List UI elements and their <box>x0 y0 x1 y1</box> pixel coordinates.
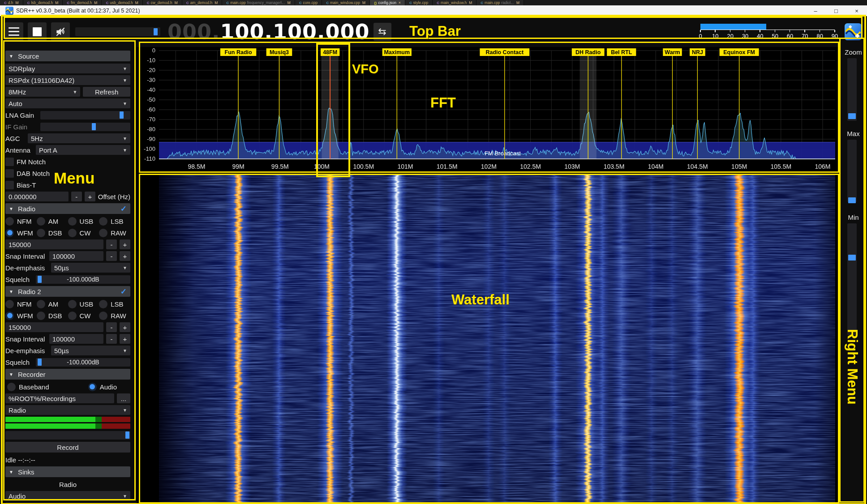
dab-notch-checkbox[interactable] <box>5 169 14 178</box>
mode-am[interactable]: AM <box>37 216 68 226</box>
mode-raw[interactable]: RAW <box>99 311 130 320</box>
snap-minus-button[interactable]: - <box>106 251 117 261</box>
station-badge[interactable]: Radio Contact <box>480 48 529 56</box>
mode-am[interactable]: AM <box>37 299 68 309</box>
sink-type-select[interactable]: Audio▼ <box>5 491 130 501</box>
station-badge[interactable]: Musiq3 <box>266 48 292 56</box>
lna-gain-slider[interactable] <box>40 111 130 120</box>
bandwidth-minus-button[interactable]: - <box>106 322 117 332</box>
waterfall-display[interactable] <box>137 175 840 504</box>
mute-button[interactable] <box>51 22 70 41</box>
offset-minus-button[interactable]: - <box>71 192 82 201</box>
mode-wfm-selected[interactable]: WFM <box>5 228 37 238</box>
if-gain-slider[interactable] <box>40 123 130 131</box>
source-device-select[interactable]: RSPdx (191106DA42)▼ <box>5 75 130 85</box>
editor-tab-style-cpp[interactable]: Cstyle.cpp <box>405 0 433 5</box>
stop-button[interactable] <box>28 22 47 41</box>
offset-plus-button[interactable]: + <box>85 192 95 201</box>
enabled-check-icon[interactable]: ✓ <box>120 204 127 214</box>
snap-plus-button[interactable]: + <box>120 251 130 261</box>
bandwidth-select[interactable]: Auto▼ <box>5 98 130 108</box>
radio1-deemphasis-select[interactable]: 50µs▼ <box>51 263 130 273</box>
browse-button[interactable]: ... <box>117 393 130 403</box>
fft-display[interactable]: 0-10-20-30-40-50-60-70-80-90-100-110FM B… <box>137 47 840 175</box>
snap-plus-button[interactable]: + <box>120 334 130 344</box>
station-badge[interactable]: NRJ <box>690 48 705 56</box>
mode-lsb[interactable]: LSB <box>99 299 130 309</box>
editor-tab-cw-demod-h[interactable]: Ccw_demod.hM <box>143 0 182 5</box>
vfo-swap-button[interactable]: ⇆ <box>373 23 391 41</box>
max-slider[interactable] <box>847 140 857 202</box>
station-badge[interactable]: Bel RTL <box>607 48 636 56</box>
bias-t-checkbox[interactable] <box>5 181 14 189</box>
editor-tab-fm-demod-h[interactable]: Cfm_demod.hM <box>63 0 102 5</box>
section-header-radio2[interactable]: ▼ Radio 2 ✓ <box>5 286 130 297</box>
station-badge[interactable]: Equinox FM <box>720 48 759 56</box>
mode-wfm-selected[interactable]: WFM <box>5 311 37 320</box>
section-header-recorder[interactable]: ▼ Recorder <box>5 369 130 380</box>
section-header-source[interactable]: ▼ Source <box>5 51 130 61</box>
editor-tab-core-cpp[interactable]: Ccore.cpp <box>295 0 322 5</box>
editor-tab-main-window-cpp[interactable]: Cmain_window.cppM <box>322 0 370 5</box>
record-button[interactable]: Record <box>5 442 130 453</box>
fm-notch-checkbox[interactable] <box>5 158 14 166</box>
snap-minus-button[interactable]: - <box>106 334 117 344</box>
radio2-squelch-slider[interactable]: -100.000dB <box>36 358 130 367</box>
mode-nfm[interactable]: NFM <box>5 299 37 309</box>
station-badge[interactable]: Warm <box>663 48 682 56</box>
station-badge[interactable]: Fun Radio <box>220 48 256 56</box>
recorder-mode-baseband[interactable]: Baseband <box>7 382 49 392</box>
mode-cw[interactable]: CW <box>68 228 99 238</box>
editor-tab-config-json[interactable]: {}config.json× <box>370 0 405 5</box>
agc-select[interactable]: 5Hz▼ <box>28 133 130 143</box>
mode-dsb[interactable]: DSB <box>37 311 68 320</box>
station-badge[interactable]: DH Radio <box>572 48 605 56</box>
recorder-mode-audio-selected[interactable]: Audio <box>88 382 117 392</box>
mode-usb[interactable]: USB <box>68 216 99 226</box>
station-badge[interactable]: Maximum <box>382 48 412 56</box>
radio2-bandwidth-input[interactable]: 150000 <box>5 322 103 332</box>
recorder-volume-slider[interactable] <box>5 431 130 440</box>
minimize-button[interactable]: – <box>805 8 826 14</box>
zoom-slider[interactable] <box>847 58 857 121</box>
editor-tab-usb-demod-h[interactable]: Cusb_demod.hM <box>102 0 142 5</box>
volume-slider-handle[interactable] <box>154 28 158 35</box>
samplerate-select[interactable]: 8MHz▼ <box>5 87 80 97</box>
editor-tab-main-window-h[interactable]: Cmain_window.hM <box>433 0 476 5</box>
frequency-display[interactable]: 000.100.100.000 <box>167 21 370 42</box>
mode-lsb[interactable]: LSB <box>99 216 130 226</box>
radio2-snap-input[interactable]: 100000 <box>49 334 103 344</box>
editor-tab-lsb-demod-h[interactable]: Clsb_demod.hM <box>23 0 63 5</box>
offset-input[interactable]: 0.000000 <box>5 192 69 201</box>
waterfall-plot[interactable] <box>159 175 835 504</box>
mode-cw[interactable]: CW <box>68 311 99 320</box>
editor-tab-d-h[interactable]: Cd.hM <box>0 0 23 5</box>
station-badge[interactable]: 48FM <box>321 48 339 56</box>
radio2-deemphasis-select[interactable]: 50µs▼ <box>51 346 130 355</box>
radio1-snap-input[interactable]: 100000 <box>49 251 103 261</box>
close-button[interactable]: × <box>846 8 867 14</box>
recorder-path-input[interactable]: %ROOT%/Recordings <box>5 393 114 403</box>
mode-dsb[interactable]: DSB <box>37 228 68 238</box>
maximize-button[interactable]: □ <box>826 8 846 14</box>
bandwidth-plus-button[interactable]: + <box>120 239 130 249</box>
refresh-button[interactable]: Refresh <box>83 87 130 97</box>
radio1-squelch-slider[interactable]: -100.000dB <box>36 275 130 284</box>
source-driver-select[interactable]: SDRplay▼ <box>5 64 130 73</box>
section-header-sinks[interactable]: ▼ Sinks <box>5 466 130 477</box>
min-slider[interactable] <box>847 223 857 335</box>
editor-tab-main-cpp[interactable]: Cmain.cppfrequency_manager\...M <box>222 0 295 5</box>
mode-raw[interactable]: RAW <box>99 228 130 238</box>
bandwidth-plus-button[interactable]: + <box>120 322 130 332</box>
recorder-stream-select[interactable]: Radio▼ <box>5 405 130 415</box>
enabled-check-icon[interactable]: ✓ <box>120 287 127 296</box>
editor-tab-main-cpp[interactable]: Cmain.cppradio\...M <box>476 0 524 5</box>
antenna-select[interactable]: Port A▼ <box>36 145 130 155</box>
editor-tab-am-demod-h[interactable]: Cam_demod.hM <box>182 0 223 5</box>
radio1-bandwidth-input[interactable]: 150000 <box>5 239 103 249</box>
mode-nfm[interactable]: NFM <box>5 216 37 226</box>
mode-usb[interactable]: USB <box>68 299 99 309</box>
bandwidth-minus-button[interactable]: - <box>106 239 117 249</box>
volume-slider[interactable] <box>75 27 160 36</box>
menu-toggle-button[interactable] <box>4 22 23 41</box>
